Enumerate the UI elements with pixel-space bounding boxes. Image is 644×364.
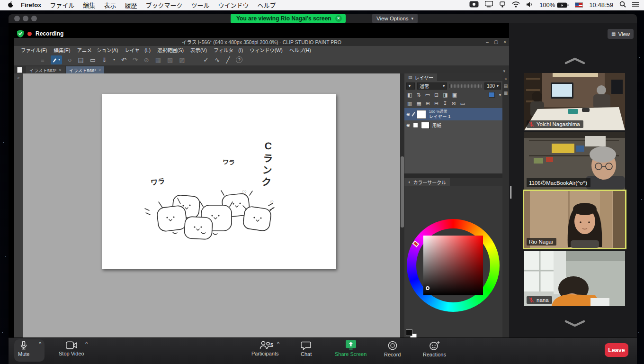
help-icon[interactable]: ? (236, 56, 242, 63)
csp-menu-layer[interactable]: レイヤー(L) (122, 46, 154, 54)
menu-bookmarks[interactable]: ブックマーク (141, 0, 187, 9)
csp-close-icon[interactable]: × (503, 39, 506, 45)
effect-icon[interactable]: ▣ (452, 92, 457, 98)
layer-row-paper[interactable]: ◉ 用紙 (404, 120, 502, 130)
tab-close-icon[interactable]: × (59, 68, 61, 73)
visibility-eye-icon[interactable]: ◉ (406, 123, 410, 127)
video-options-caret[interactable]: ^ (85, 341, 88, 346)
select-rect-icon[interactable]: ▧ (167, 57, 173, 63)
layer-thumbnail[interactable] (421, 122, 429, 129)
layer-color-swatch[interactable] (489, 92, 495, 98)
panel-divider[interactable] (404, 173, 502, 178)
merge-icon[interactable]: ⊟ (434, 100, 438, 107)
snap-ruler-icon[interactable]: ╱ (226, 57, 230, 63)
layer-palette-menu[interactable]: ▾ (406, 82, 415, 90)
view-options-button[interactable]: View Options ▾ (372, 14, 418, 23)
paper-checkbox[interactable] (413, 123, 418, 128)
canvas-tab-563[interactable]: イラスト563* × (26, 66, 65, 73)
figure-tool-icon[interactable]: ○ (68, 57, 72, 63)
chat-button[interactable]: Chat (301, 341, 312, 357)
record-button[interactable]: Record (384, 341, 401, 357)
csp-menu-file[interactable]: ファイル(F) (18, 46, 50, 54)
clip-icon[interactable]: ◧ (407, 92, 412, 98)
transfer-icon[interactable]: ⇅ (416, 92, 420, 98)
transfer-down-icon[interactable]: ↧ (443, 100, 447, 107)
csp-menu-selection[interactable]: 選択範囲(S) (154, 46, 187, 54)
stop-video-button[interactable]: Stop Video (59, 341, 84, 356)
new-canvas-icon[interactable]: ▤ (78, 57, 83, 63)
blend-mode-select[interactable]: 通常 ▾ (417, 82, 447, 90)
new-layer-icon[interactable]: ▥ (407, 100, 412, 107)
redo-icon[interactable]: ↷ (133, 57, 138, 63)
scroll-down-chevron-icon[interactable] (564, 319, 585, 327)
volume-icon[interactable] (526, 1, 533, 9)
menu-window[interactable]: ウインドウ (214, 0, 253, 9)
menubar-clock[interactable]: 10:48:59 (589, 1, 613, 9)
banner-dismiss-icon[interactable]: × (335, 15, 342, 22)
menu-file[interactable]: ファイル (45, 0, 79, 9)
csp-menu-animation[interactable]: アニメーション(A) (74, 46, 121, 54)
layer-thumbnail[interactable] (417, 110, 426, 119)
canvas-scrollbar-thumb[interactable] (401, 156, 404, 228)
wifi-icon[interactable] (512, 1, 520, 9)
snap-curve-icon[interactable]: ∿ (215, 57, 220, 63)
share-screen-button[interactable]: Share Screen (335, 340, 367, 357)
opacity-value-box[interactable]: 100 ▾ (484, 82, 501, 90)
window-minimize-button[interactable] (23, 16, 28, 21)
csp-minimize-icon[interactable]: – (486, 39, 489, 45)
collapse-palette-icon[interactable]: « (502, 75, 509, 82)
sv-marker[interactable] (426, 286, 429, 290)
tab-close-icon[interactable]: × (98, 68, 101, 73)
spotlight-search-icon[interactable] (619, 1, 626, 9)
opacity-slider[interactable] (449, 84, 482, 88)
snap-icon[interactable]: ✓ (204, 57, 209, 63)
export-icon[interactable]: ⇓ (102, 57, 107, 63)
leave-button[interactable]: Leave (605, 343, 628, 357)
caret-icon[interactable]: ▾ (499, 93, 501, 97)
menu-extra-icon[interactable] (632, 1, 639, 9)
csp-menu-edit[interactable]: 編集(E) (51, 46, 73, 54)
document-icon[interactable] (17, 67, 22, 73)
participant-video-yoichi[interactable]: Yoichi Nagashima (524, 73, 625, 130)
saturation-value-square[interactable] (423, 236, 483, 295)
mask-icon[interactable]: ⊡ (434, 92, 438, 98)
csp-maximize-icon[interactable]: ▢ (494, 39, 498, 45)
menubar-app-name[interactable]: Firefox (17, 1, 45, 9)
select-shade-icon[interactable]: ▨ (179, 57, 185, 63)
palette-icon[interactable]: ▤ (502, 82, 509, 90)
delete-layer-icon[interactable]: ⊠ (451, 100, 456, 107)
pen-tool-button[interactable]: ▾ (51, 55, 62, 64)
mute-options-caret[interactable]: ^ (39, 341, 41, 346)
window-zoom-button[interactable] (31, 16, 37, 21)
palette-icon[interactable]: ▦ (502, 90, 509, 97)
mask-icon[interactable]: ▭ (460, 100, 465, 107)
scroll-up-chevron-icon[interactable] (564, 57, 585, 64)
palette-menu-icon[interactable]: ≡ (41, 57, 45, 63)
csp-collapsed-palette-strip[interactable]: « ▤ ▦ (502, 73, 509, 337)
deselect-icon[interactable]: ⊘ (144, 57, 149, 63)
canvas-tab-566[interactable]: イラスト566* × (66, 66, 105, 73)
csp-titlebar[interactable]: イラスト566* (640 x 480px 350dpi 200.0%) - C… (14, 38, 509, 46)
battery-status[interactable]: 100% (539, 1, 569, 9)
combine-icon[interactable]: ⊞ (426, 100, 430, 107)
menu-view[interactable]: 表示 (99, 0, 120, 9)
layer-name[interactable]: 用紙 (432, 123, 441, 128)
mute-button[interactable]: Mute (18, 341, 29, 357)
display-icon[interactable] (485, 1, 493, 9)
visibility-eye-icon[interactable]: ◉ (406, 112, 410, 117)
layer-panel-tab[interactable]: ▤ レイヤー (404, 73, 437, 81)
participants-caret[interactable]: ^ (277, 341, 279, 346)
grid-icon[interactable]: ▦ (155, 57, 161, 63)
csp-menu-filter[interactable]: フィルター(I) (211, 46, 246, 54)
apple-menu[interactable] (5, 1, 17, 9)
csp-menu-view[interactable]: 表示(V) (188, 46, 210, 54)
expand-palette-icon[interactable]: » (14, 75, 23, 80)
view-button[interactable]: ▦ View (608, 29, 634, 39)
new-folder-icon[interactable]: ▦ (416, 100, 421, 107)
screen-recording-indicator-icon[interactable] (469, 1, 479, 9)
export-caret-icon[interactable]: ▾ (113, 58, 115, 62)
menu-history[interactable]: 履歴 (120, 0, 141, 9)
participant-video-rio[interactable]: Rio Nagai (523, 190, 626, 249)
color-wheel-tab[interactable]: ◐ カラーサークル (404, 178, 450, 186)
layer-name[interactable]: レイヤー 1 (429, 114, 451, 119)
